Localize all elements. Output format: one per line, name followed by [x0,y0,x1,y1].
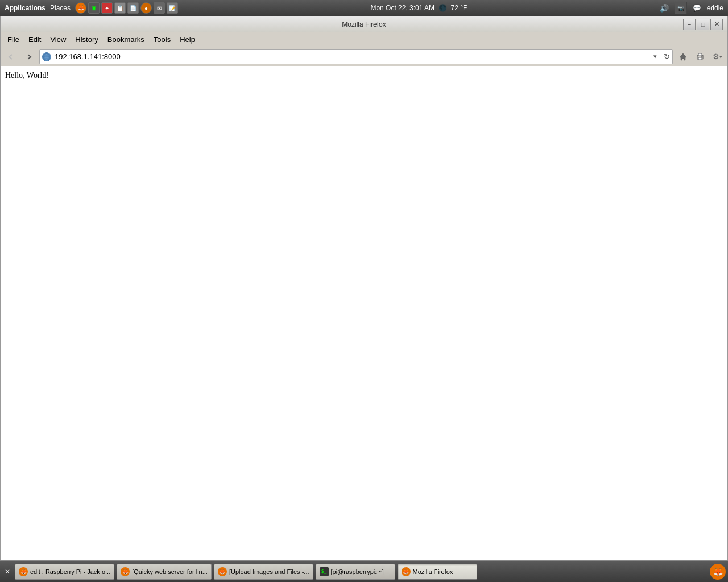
applications-menu[interactable]: Applications [5,4,46,12]
page-content: Hello, World! [5,71,723,80]
window-titlebar: Mozilla Firefox − □ ✕ [1,16,727,32]
weather-label: 72 °F [450,4,467,12]
menu-view[interactable]: View [46,34,71,45]
taskbar-item-label-0: edit : Raspberry Pi - Jack o... [30,568,110,575]
taskbar-item-1[interactable]: 🦊 [Quicky web server for lin... [117,564,212,580]
svg-rect-7 [698,57,702,60]
back-button[interactable] [3,49,19,64]
hello-world-text: Hello, World! [5,71,49,80]
home-button[interactable] [675,49,691,64]
menu-history[interactable]: History [71,34,102,45]
taskbar-item-icon-2: 🦊 [218,567,227,576]
taskbar-item-label-2: [Upload Images and Files -... [229,568,309,575]
menu-help[interactable]: Help [175,34,200,45]
app-icon-4[interactable]: ● [140,2,152,14]
volume-icon[interactable]: 🔊 [660,4,669,13]
globe-icon [42,52,51,61]
firefox-window: Mozilla Firefox − □ ✕ File Edit View His… [0,16,728,560]
system-datetime: Mon Oct 22, 3:01 AM 🌑 72 °F [370,4,467,12]
minimize-button[interactable]: − [683,19,696,30]
app-icon-3[interactable]: 📄 [127,2,139,14]
app-icon-2[interactable]: 📋 [114,2,126,14]
dropdown-arrow-icon[interactable]: ▾ [650,50,661,64]
nav-bar: ▾ ↻ ⚙ ▾ [1,47,727,66]
taskbar-item-icon-0: 🦊 [19,567,28,576]
taskbar-item-label-3: [pi@raspberrypi: ~] [331,568,384,575]
app-icon-6[interactable]: 📝 [167,2,178,14]
taskbar-item-label-1: [Quicky web server for lin... [132,568,208,575]
taskbar-item-2[interactable]: 🦊 [Upload Images and Files -... [214,564,313,580]
address-globe-icon [41,51,52,63]
username-label: eddie [707,4,723,12]
window-title: Mozilla Firefox [45,20,683,28]
monitor-icon[interactable]: ▣ [88,2,100,14]
menu-bar: File Edit View History Bookmarks Tools H… [1,32,727,47]
address-input[interactable] [52,52,650,61]
app-icon-1[interactable]: ✦ [101,2,113,14]
chat-icon[interactable]: 💬 [693,4,701,12]
print-button[interactable] [692,49,708,64]
svg-point-8 [701,56,702,57]
taskbar-item-3[interactable]: $_ [pi@raspberrypi: ~] [316,564,395,580]
print-icon [696,52,705,61]
menu-bookmarks[interactable]: Bookmarks [103,34,149,45]
screenshot-icon[interactable]: 📷 [675,2,687,14]
back-icon [7,53,14,60]
app-icon-5[interactable]: ✉ [154,2,165,14]
menu-file[interactable]: File [3,34,24,45]
system-bar-right: 🔊 📷 💬 eddie [660,2,723,14]
firefox-tray-icon[interactable]: 🦊 [75,2,86,14]
system-bar-left: Applications Places 🦊 ▣ ✦ 📋 📄 ● ✉ 📝 [5,2,178,14]
forward-button[interactable] [21,49,37,64]
menu-tools[interactable]: Tools [149,34,175,45]
refresh-icon[interactable]: ↻ [661,50,672,64]
svg-rect-6 [698,53,702,56]
taskbar-item-label-4: Mozilla Firefox [413,568,453,575]
taskbar-right: 🦊 [710,564,726,580]
taskbar-item-icon-3: $_ [320,567,329,576]
forward-icon [26,53,32,60]
taskbar-item-4[interactable]: 🦊 Mozilla Firefox [398,564,477,580]
system-tray-icons: 🦊 ▣ ✦ 📋 📄 ● ✉ 📝 [75,2,178,14]
close-button[interactable]: ✕ [710,19,723,30]
datetime-label: Mon Oct 22, 3:01 AM [370,4,435,12]
address-bar[interactable]: ▾ ↻ [39,49,673,64]
menu-edit[interactable]: Edit [24,34,46,45]
taskbar-item-0[interactable]: 🦊 edit : Raspberry Pi - Jack o... [15,564,114,580]
browser-content: Hello, World! [1,66,727,560]
tools-button[interactable]: ⚙ ▾ [709,49,725,64]
taskbar-close-button[interactable]: ✕ [2,567,13,577]
address-bar-buttons: ▾ ↻ [650,50,672,64]
maximize-button[interactable]: □ [697,19,709,30]
window-controls: − □ ✕ [683,19,723,30]
system-bar: Applications Places 🦊 ▣ ✦ 📋 📄 ● ✉ 📝 Mon … [0,0,728,16]
taskbar-item-icon-4: 🦊 [402,567,411,576]
taskbar: ✕ 🦊 edit : Raspberry Pi - Jack o... 🦊 [Q… [0,560,728,582]
nav-right-icons: ⚙ ▾ [675,49,725,64]
taskbar-item-icon-1: 🦊 [121,567,130,576]
taskbar-firefox-icon[interactable]: 🦊 [710,564,726,580]
places-menu[interactable]: Places [50,4,71,12]
home-icon [679,52,688,61]
